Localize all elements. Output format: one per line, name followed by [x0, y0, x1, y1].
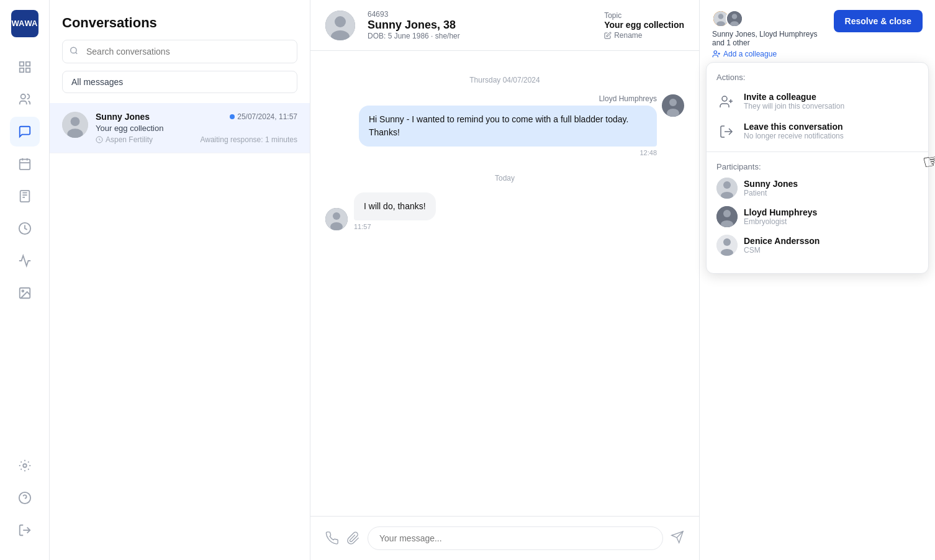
participant-2-role: Embryologist	[744, 217, 817, 226]
right-panel: Sunny Jones, Lloyd Humphreys and 1 other…	[699, 0, 935, 560]
message-avatar	[325, 208, 348, 230]
chat-input-area	[310, 516, 699, 560]
chat-header: 64693 Sunny Jones, 38 DOB: 5 June 1986 ·…	[310, 0, 699, 51]
message-time: 11:57	[354, 223, 436, 230]
conversation-item[interactable]: Sunny Jones 25/07/2024, 11:57 Your egg c…	[50, 103, 310, 153]
leave-subtitle: No longer receive notifications	[744, 132, 844, 140]
resolve-close-button[interactable]: Resolve & close	[834, 10, 923, 32]
sidebar-item-conversations[interactable]	[10, 117, 40, 147]
invite-subtitle: They will join this conversation	[744, 102, 844, 111]
participants-names: Sunny Jones, Lloyd Humphreys and 1 other	[712, 30, 826, 47]
participants-section: Participants: Sunny Jones Patient Lloyd …	[707, 157, 928, 256]
message-sender: Lloyd Humphreys	[359, 94, 657, 103]
message-bubble: I will do, thanks!	[354, 192, 436, 220]
sidebar-item-documents[interactable]	[10, 181, 40, 211]
leave-icon	[716, 122, 736, 142]
search-input[interactable]	[62, 40, 297, 63]
svg-point-46	[722, 96, 727, 101]
participant-row: Sunny Jones Patient	[716, 178, 918, 199]
sidebar-item-analytics[interactable]	[10, 246, 40, 276]
participant-2-avatar	[716, 206, 738, 227]
phone-icon[interactable]	[325, 531, 339, 545]
svg-point-33	[333, 212, 340, 220]
svg-line-21	[76, 52, 78, 54]
message-row: Lloyd Humphreys Hi Sunny - I wanted to r…	[325, 94, 684, 156]
svg-point-27	[335, 16, 346, 27]
svg-point-15	[22, 290, 24, 292]
leave-conversation-action[interactable]: Leave this conversation No longer receiv…	[707, 117, 928, 147]
logo: WAWA	[11, 10, 38, 37]
sidebar-item-reports[interactable]	[10, 214, 40, 243]
svg-rect-0	[19, 62, 23, 66]
invite-icon	[716, 92, 736, 112]
patient-dob: DOB: 5 June 1986 · she/her	[368, 32, 592, 40]
svg-point-16	[23, 464, 27, 467]
sidebar-item-media[interactable]	[10, 278, 40, 308]
conv-item-name: Sunny Jones	[96, 112, 150, 122]
conv-item-topic: Your egg collection	[96, 124, 297, 133]
svg-point-38	[718, 14, 724, 19]
participant-3-avatar	[716, 235, 738, 256]
actions-dropdown: Actions: Invite a colleague They will jo…	[706, 62, 929, 274]
svg-rect-3	[19, 68, 23, 72]
actions-title: Actions:	[707, 73, 928, 87]
invite-colleague-action[interactable]: Invite a colleague They will join this c…	[707, 87, 928, 117]
main-chat: 64693 Sunny Jones, 38 DOB: 5 June 1986 ·…	[310, 0, 699, 560]
participant-3-role: CSM	[744, 246, 820, 255]
participant-row: Denice Andersson CSM	[716, 235, 918, 256]
patient-name: Sunny Jones, 38	[368, 19, 592, 32]
nav-items	[10, 52, 40, 446]
send-button[interactable]	[671, 530, 684, 547]
add-colleague-button[interactable]: Add a colleague	[712, 50, 826, 58]
rename-button[interactable]: Rename	[604, 31, 684, 40]
chat-messages: Thursday 04/07/2024 Lloyd Humphreys Hi S…	[310, 51, 699, 516]
svg-point-51	[723, 181, 731, 189]
search-icon	[70, 47, 78, 57]
leave-title: Leave this conversation	[744, 122, 844, 132]
invite-title: Invite a colleague	[744, 92, 844, 102]
message-input[interactable]	[368, 526, 663, 550]
svg-point-57	[723, 238, 731, 246]
message-bubble: Hi Sunny - I wanted to remind you to com…	[359, 106, 657, 147]
svg-point-42	[730, 21, 739, 27]
participant-avatars	[712, 10, 826, 27]
svg-point-43	[714, 51, 717, 54]
conversations-header: Conversations All messages	[50, 0, 310, 103]
conv-item-content: Sunny Jones 25/07/2024, 11:57 Your egg c…	[96, 112, 297, 144]
sidebar-item-dashboard[interactable]	[10, 52, 40, 82]
sidebar-item-users[interactable]	[10, 84, 40, 114]
svg-point-20	[71, 47, 76, 53]
conversation-list: Sunny Jones 25/07/2024, 11:57 Your egg c…	[50, 103, 310, 560]
conv-item-avatar	[62, 112, 88, 138]
svg-point-23	[71, 117, 80, 126]
svg-point-41	[732, 14, 738, 19]
svg-point-4	[20, 94, 25, 99]
sidebar-item-settings[interactable]	[10, 451, 40, 481]
date-separator-1: Thursday 04/07/2024	[325, 76, 684, 84]
participant-3-name: Denice Andersson	[744, 236, 820, 246]
topic-label: Topic	[604, 11, 684, 20]
patient-id: 64693	[368, 10, 592, 19]
svg-point-30	[669, 99, 677, 106]
patient-avatar	[325, 11, 355, 40]
svg-rect-2	[25, 68, 29, 72]
participants-section-title: Participants:	[716, 162, 918, 171]
conversations-title: Conversations	[62, 15, 297, 31]
topic-info: Topic Your egg collection Rename	[604, 11, 684, 40]
svg-point-54	[723, 210, 731, 217]
unread-indicator	[230, 114, 235, 119]
sidebar-item-logout[interactable]	[10, 515, 40, 545]
sidebar-item-calendar[interactable]	[10, 149, 40, 179]
participant-1-role: Patient	[744, 189, 798, 197]
sidebar: WAWA	[0, 0, 50, 560]
attachment-icon[interactable]	[346, 531, 360, 545]
participant-row: Lloyd Humphreys Embryologist	[716, 206, 918, 227]
conv-item-status: Awaiting response: 1 minutes	[200, 135, 297, 144]
patient-info: 64693 Sunny Jones, 38 DOB: 5 June 1986 ·…	[368, 10, 592, 40]
message-avatar	[662, 94, 684, 117]
participant-1-name: Sunny Jones	[744, 179, 798, 189]
filter-button[interactable]: All messages	[62, 71, 297, 93]
participant-avatar-2	[726, 10, 743, 27]
sidebar-item-help[interactable]	[10, 483, 40, 513]
date-separator-2: Today	[325, 174, 684, 183]
